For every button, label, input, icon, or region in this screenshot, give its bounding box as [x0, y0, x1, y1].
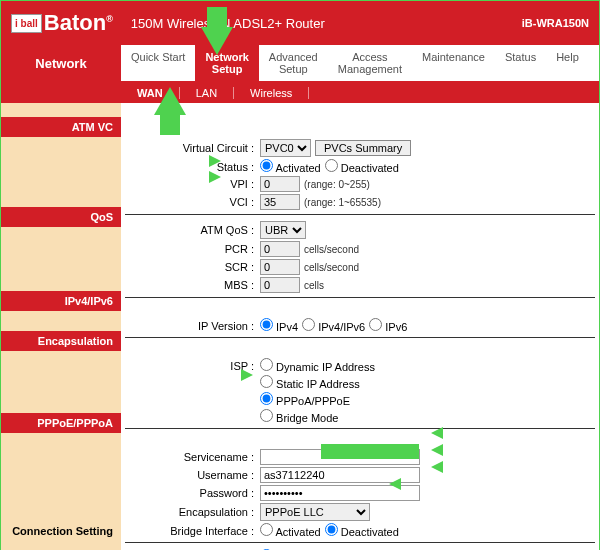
- network-heading: Network: [1, 45, 121, 81]
- sub-tabs: WAN LAN Wireless: [1, 83, 599, 103]
- annotation-arrow-icon: [431, 427, 443, 439]
- annotation-arrow-icon: [241, 369, 253, 381]
- section-pppoe: PPPoE/PPPoA: [1, 413, 121, 433]
- radio-ipv4ipv6[interactable]: IPv4/IPv6: [302, 318, 365, 333]
- tab-quick-start[interactable]: Quick Start: [121, 45, 195, 81]
- product-title: 150M Wireless-N ADSL2+ Router: [131, 16, 522, 31]
- label-username: Username :: [125, 469, 260, 481]
- logo-main: Baton®: [44, 10, 113, 36]
- tab-help[interactable]: Help: [546, 45, 589, 81]
- label-servicename: Servicename :: [125, 451, 260, 463]
- section-conn: Connection Setting: [1, 521, 121, 541]
- tab-maintenance[interactable]: Maintenance: [412, 45, 495, 81]
- section-qos: QoS: [1, 207, 121, 227]
- subtab-wireless[interactable]: Wireless: [234, 87, 309, 99]
- annotation-big-arrow-down-icon: [201, 27, 233, 55]
- section-ipv: IPv4/IPv6: [1, 291, 121, 311]
- label-bridge-interface: Bridge Interface :: [125, 525, 260, 537]
- radio-pppoa-pppoe[interactable]: PPPoA/PPPoE: [260, 392, 350, 407]
- radio-dynamic-ip[interactable]: Dynamic IP Address: [260, 358, 375, 373]
- radio-static-ip[interactable]: Static IP Address: [260, 375, 360, 390]
- section-encap: Encapsulation: [1, 331, 121, 351]
- input-mbs[interactable]: [260, 277, 300, 293]
- label-password: Password :: [125, 487, 260, 499]
- subtab-lan[interactable]: LAN: [180, 87, 234, 99]
- select-virtual-circuit[interactable]: PVC0: [260, 139, 311, 157]
- label-vpi: VPI :: [125, 178, 260, 190]
- logo-small: i ball: [11, 14, 42, 33]
- label-pcr: PCR :: [125, 243, 260, 255]
- main-tabs: Network Quick Start NetworkSetup Advance…: [1, 45, 599, 83]
- annotation-arrow-icon: [431, 444, 443, 456]
- input-vci[interactable]: [260, 194, 300, 210]
- label-vci: VCI :: [125, 196, 260, 208]
- select-atmqos[interactable]: UBR: [260, 221, 306, 239]
- app-header: i ball Baton® 150M Wireless-N ADSL2+ Rou…: [1, 1, 599, 45]
- radio-ipv4[interactable]: IPv4: [260, 318, 298, 333]
- label-mbs: MBS :: [125, 279, 260, 291]
- annotation-big-arrow-up-icon: [154, 87, 186, 115]
- section-sidebar: ATM VC QoS IPv4/IPv6 Encapsulation PPPoE…: [1, 103, 121, 550]
- radio-status-deactivated[interactable]: Deactivated: [325, 159, 399, 174]
- input-vpi[interactable]: [260, 176, 300, 192]
- tab-advanced-setup[interactable]: AdvancedSetup: [259, 45, 328, 81]
- radio-bridge-mode[interactable]: Bridge Mode: [260, 409, 338, 424]
- tab-access-management[interactable]: AccessManagement: [328, 45, 412, 81]
- label-encapsulation: Encapsulation :: [125, 506, 260, 518]
- pvcs-summary-button[interactable]: PVCs Summary: [315, 140, 411, 156]
- select-encapsulation[interactable]: PPPoE LLC: [260, 503, 370, 521]
- input-scr[interactable]: [260, 259, 300, 275]
- annotation-arrow-icon: [389, 478, 401, 490]
- label-atmqos: ATM QoS :: [125, 224, 260, 236]
- label-isp: ISP :: [125, 360, 260, 372]
- radio-ipv6[interactable]: IPv6: [369, 318, 407, 333]
- annotation-arrow-icon: [209, 155, 221, 167]
- tab-status[interactable]: Status: [495, 45, 546, 81]
- radio-status-activated[interactable]: Activated: [260, 159, 321, 174]
- input-pcr[interactable]: [260, 241, 300, 257]
- label-scr: SCR :: [125, 261, 260, 273]
- annotation-redaction: [321, 444, 419, 459]
- form-area: Virtual Circuit : PVC0 PVCs Summary Stat…: [121, 103, 599, 550]
- radio-bridge-activated[interactable]: Activated: [260, 523, 321, 538]
- radio-bridge-deactivated[interactable]: Deactivated: [325, 523, 399, 538]
- label-status: Status :: [125, 161, 260, 173]
- section-atmvc: ATM VC: [1, 117, 121, 137]
- annotation-arrow-icon: [209, 171, 221, 183]
- annotation-arrow-icon: [431, 461, 443, 473]
- label-ipversion: IP Version :: [125, 320, 260, 332]
- label-virtual-circuit: Virtual Circuit :: [125, 142, 260, 154]
- model-label: iB-WRA150N: [522, 17, 589, 29]
